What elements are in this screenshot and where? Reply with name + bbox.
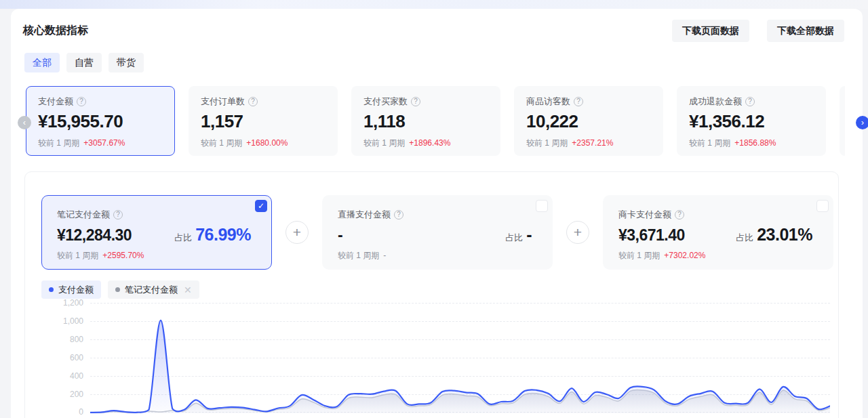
breakdown-title: 笔记支付金额 [57,209,110,221]
metric-cards-carousel: 支付金额 ? ¥15,955.70 较前 1 周期+3057.67% 支付订单数… [26,86,863,156]
add-metric-icon[interactable]: + [285,221,309,244]
checkbox-unchecked-icon[interactable] [816,200,829,212]
panel-header: 核心数据指标 下载页面数据 下载全部数据 [11,9,863,42]
tab-all[interactable]: 全部 [24,53,60,72]
metric-title: 支付买家数 [363,96,408,108]
metric-compare: 较前 1 周期+2357.21% [526,138,663,149]
tab-self-operated[interactable]: 自营 [66,53,102,72]
legend-item-pay-amount[interactable]: 支付金额 [41,280,101,299]
checkbox-checked-icon[interactable]: ✓ [255,200,267,212]
download-all-data-button[interactable]: 下载全部数据 [767,20,844,42]
breakdown-card-card-pay[interactable]: 商卡支付金额 ? ¥3,671.40 占比 23.01% 较前 1 周期+730… [603,195,833,270]
trend-lines [90,303,830,413]
y-axis-labels: 1,200 1,000 800 600 400 200 0 [41,303,90,413]
metric-card-pay-orders[interactable]: 支付订单数 ? 1,157 较前 1 周期+1680.00% [189,86,338,156]
metric-card-product-visitors[interactable]: 商品访客数 ? 10,222 较前 1 周期+2357.21% [514,86,663,156]
core-metrics-panel: 核心数据指标 下载页面数据 下载全部数据 全部 自营 带货 支付金额 ? ¥15… [11,9,863,418]
help-icon[interactable]: ? [745,97,755,106]
metric-compare: 较前 1 周期+3057.67% [38,138,174,149]
ratio-label: 占比 [174,232,192,244]
help-icon[interactable]: ? [248,97,258,106]
ratio-value: - [526,225,532,245]
legend-dot-icon [115,287,120,292]
metric-cards-row: 支付金额 ? ¥15,955.70 较前 1 周期+3057.67% 支付订单数… [26,86,845,156]
page-title: 核心数据指标 [23,24,88,38]
add-metric-icon[interactable]: + [566,221,589,244]
metric-value: 1,118 [363,111,500,132]
metric-compare: 较前 1 周期+1856.88% [689,138,825,149]
legend-dot-icon [49,287,54,292]
plot-area [90,303,830,413]
help-icon[interactable]: ? [574,97,583,106]
breakdown-compare: 较前 1 周期+2595.70% [57,250,260,262]
breakdown-title: 直播支付金额 [338,209,391,221]
remove-legend-icon[interactable]: ✕ [184,285,192,295]
metric-compare: 较前 1 周期+1896.43% [363,138,500,149]
next-arrow-icon[interactable]: › [856,116,868,129]
help-icon[interactable]: ? [675,210,684,220]
metric-title: 支付金额 [38,96,73,108]
breakdown-change: +2595.70% [102,251,144,260]
metric-title: 支付订单数 [201,96,245,108]
header-buttons: 下载页面数据 下载全部数据 [672,20,844,42]
metric-card-pay-amount[interactable]: 支付金额 ? ¥15,955.70 较前 1 周期+3057.67% [26,86,175,156]
breakdown-value: ¥12,284.30 [57,226,132,245]
breakdown-card-note-pay[interactable]: ✓ 笔记支付金额 ? ¥12,284.30 占比 76.99% 较前 1 周期+… [41,195,272,270]
metric-card-clipped[interactable]: 支 1 较 [840,86,845,156]
metric-title: 成功退款金额 [689,96,742,108]
scope-tabs: 全部 自营 带货 [24,53,863,72]
metric-change: +1856.88% [734,138,776,148]
breakdown-card-live-pay[interactable]: 直播支付金额 ? - 占比 - 较前 1 周期- [322,195,553,270]
help-icon[interactable]: ? [113,210,123,220]
trend-chart-section: ✓ 笔记支付金额 ? ¥12,284.30 占比 76.99% 较前 1 周期+… [24,171,839,418]
metric-change: +3057.67% [83,138,125,148]
breakdown-compare: 较前 1 周期- [338,250,541,262]
ratio-value: 23.01% [757,225,812,245]
chart-legend: 支付金额 笔记支付金额 ✕ [41,280,838,299]
breakdown-cards-row: ✓ 笔记支付金额 ? ¥12,284.30 占比 76.99% 较前 1 周期+… [41,195,838,270]
breakdown-value: ¥3,671.40 [618,226,685,245]
help-icon[interactable]: ? [77,97,86,106]
breakdown-title: 商卡支付金额 [618,209,671,221]
metric-value: ¥1,356.12 [689,111,825,132]
help-icon[interactable]: ? [411,97,420,106]
ratio-value: 76.99% [195,225,251,245]
trend-chart: 1,200 1,000 800 600 400 200 0 [41,303,838,413]
checkbox-unchecked-icon[interactable] [536,200,548,212]
prev-arrow-icon[interactable]: ‹ [18,116,31,129]
tab-affiliate[interactable]: 带货 [108,53,144,72]
ratio-label: 占比 [505,232,523,244]
breakdown-change: - [383,251,386,260]
metric-change: +1896.43% [409,138,450,148]
breakdown-change: +7302.02% [664,251,705,260]
metric-card-pay-buyers[interactable]: 支付买家数 ? 1,118 较前 1 周期+1896.43% [351,86,500,156]
ratio-label: 占比 [736,232,753,244]
metric-value: ¥15,955.70 [38,111,174,132]
metric-change: +2357.21% [572,138,613,148]
legend-item-note-pay-amount[interactable]: 笔记支付金额 ✕ [108,280,199,299]
metric-value: 1,157 [201,111,337,132]
metric-title: 商品访客数 [526,96,570,108]
metric-card-refund-amount[interactable]: 成功退款金额 ? ¥1,356.12 较前 1 周期+1856.88% [677,86,826,156]
download-page-data-button[interactable]: 下载页面数据 [672,20,749,42]
breakdown-compare: 较前 1 周期+7302.02% [618,250,822,262]
metric-compare: 较前 1 周期+1680.00% [201,138,337,149]
metric-value: 10,222 [526,111,663,132]
top-banner [0,0,868,9]
breakdown-value: - [338,226,342,245]
metric-change: +1680.00% [246,138,288,148]
help-icon[interactable]: ? [394,210,403,220]
